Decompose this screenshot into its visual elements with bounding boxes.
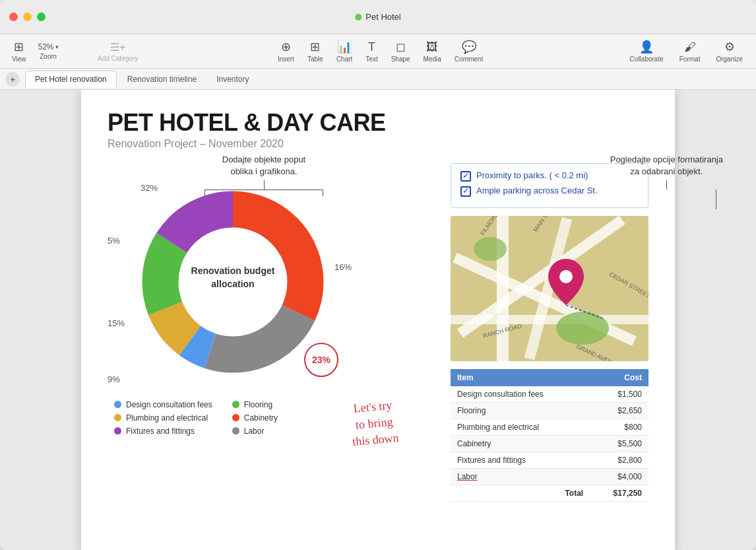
map-area: FILMORE ST. MAIN STREET CEDAR STREET RAN… <box>451 216 648 361</box>
table-cell-cost: $2,650 <box>590 402 648 419</box>
zoom-control: 52% ▾ <box>38 42 59 52</box>
organize-icon: ⚙ <box>724 40 735 54</box>
percent-23-text: 23% <box>312 355 331 365</box>
legend-item-flooring: Flooring <box>232 400 278 409</box>
add-tab-button[interactable]: + <box>5 72 20 86</box>
legend-dot-plumbing <box>114 414 121 421</box>
document-title: PET HOTEL & DAY CARE <box>108 109 648 137</box>
table-button[interactable]: ⊞ Table <box>302 37 329 65</box>
legend-label-labor: Labor <box>244 427 265 436</box>
right-panel: Proximity to parks. ( < 0.2 mi) Ample pa… <box>451 163 648 502</box>
shape-button[interactable]: ◻ Shape <box>386 37 416 65</box>
chart-button[interactable]: 📊 Chart <box>331 37 358 65</box>
legend-item-cabinetry: Cabinetry <box>232 413 278 423</box>
text-button[interactable]: T Text <box>360 38 383 65</box>
percent-circle: 23% <box>304 343 338 377</box>
table-cell-cost: $800 <box>590 419 648 435</box>
legend-item-labor: Labor <box>232 427 278 436</box>
content-row: 32% 5% 15% 9% 16% <box>108 163 648 502</box>
legend-item-plumbing: Plumbing and electrical <box>114 413 212 423</box>
tab-timeline[interactable]: Renovation timeline <box>118 71 206 88</box>
svg-rect-11 <box>497 216 509 361</box>
table-row: Design consultation fees$1,500 <box>451 386 648 403</box>
close-button[interactable] <box>9 13 18 21</box>
legend-item-design: Design consultation fees <box>114 400 212 409</box>
tab-timeline-label: Renovation timeline <box>127 75 197 84</box>
legend-dot-cabinetry <box>232 414 239 421</box>
table-total-row: Total$17,250 <box>451 485 648 501</box>
checkbox-1-icon <box>460 171 471 182</box>
format-button[interactable]: 🖌 Format <box>673 38 707 65</box>
table-cell-item: Plumbing and electrical <box>451 419 590 435</box>
window-title: Pet Hotel <box>355 12 400 22</box>
chart-with-labels: 32% 5% 15% 9% 16% <box>108 176 358 390</box>
comment-label: Comment <box>455 55 483 63</box>
legend-label-design: Design consultation fees <box>126 400 212 409</box>
organize-button[interactable]: ⚙ Organize <box>709 37 749 65</box>
col-header-item: Item <box>451 369 590 386</box>
table-total-value: $17,250 <box>590 485 648 501</box>
note-item-2: Ample parking across Cedar St. <box>460 186 639 197</box>
toolbar-center: ⊕ Insert ⊞ Table 📊 Chart T Text ◻ Shape … <box>143 37 617 65</box>
zoom-value: 52% <box>38 42 54 52</box>
table-row: Plumbing and electrical$800 <box>451 419 648 435</box>
traffic-lights <box>0 13 46 21</box>
tab-renovation[interactable]: Pet Hotel renovation <box>25 71 117 88</box>
insert-button[interactable]: ⊕ Insert <box>272 37 299 65</box>
note-text-1: Proximity to parks. ( < 0.2 mi) <box>476 170 588 180</box>
checkbox-2-icon <box>460 186 471 197</box>
insert-icon: ⊕ <box>281 40 291 54</box>
insert-label: Insert <box>278 55 294 63</box>
table-cell-item: Design consultation fees <box>451 386 590 403</box>
table-cell-cost: $5,500 <box>590 435 648 452</box>
view-button[interactable]: ⊞ View <box>7 37 32 65</box>
zoom-button[interactable]: 52% ▾ Zoom <box>33 40 64 63</box>
add-category-button[interactable]: ☰+ Add Category <box>92 38 143 65</box>
table-header-row: Item Cost <box>451 369 648 386</box>
svg-text:Renovation budget: Renovation budget <box>191 265 275 276</box>
table-total-label: Total <box>451 485 590 501</box>
media-label: Media <box>424 55 441 63</box>
table-cell-item: Flooring <box>451 402 590 419</box>
pct-label-left-bot: 9% <box>108 374 120 384</box>
legend-col-2: Flooring Cabinetry Labor <box>232 400 278 436</box>
table-cell-item: Fixtures and fittings <box>451 452 590 468</box>
tab-inventory-label: Inventory <box>216 75 249 84</box>
pct-label-left-top: 5% <box>108 236 120 246</box>
legend-dot-flooring <box>232 401 239 408</box>
document-page: PET HOTEL & DAY CARE Renovation Project … <box>81 90 675 550</box>
comment-icon: 💬 <box>462 40 476 54</box>
svg-point-16 <box>556 312 609 345</box>
svg-point-17 <box>474 237 507 261</box>
view-icon: ⊞ <box>14 40 24 54</box>
map-svg: FILMORE ST. MAIN STREET CEDAR STREET RAN… <box>451 216 648 361</box>
svg-rect-15 <box>451 315 648 324</box>
add-category-icon: ☰+ <box>110 41 125 53</box>
add-category-label: Add Category <box>98 55 138 62</box>
zoom-label: Zoom <box>40 53 57 60</box>
tab-inventory[interactable]: Inventory <box>207 71 258 88</box>
svg-text:allocation: allocation <box>211 279 254 289</box>
main-content: Dodajte objekte poput oblika i grafikona… <box>0 90 756 550</box>
collaborate-button[interactable]: 👤 Collaborate <box>623 37 670 65</box>
collaborate-label: Collaborate <box>630 55 664 63</box>
table-cell-item: Labor <box>451 468 590 485</box>
comment-button[interactable]: 💬 Comment <box>449 37 488 65</box>
right-annotation-bracket-icon <box>716 189 716 209</box>
table-row: Fixtures and fittings$2,800 <box>451 452 648 468</box>
legend-item-fixtures: Fixtures and fittings <box>114 427 212 436</box>
tab-renovation-label: Pet Hotel renovation <box>35 75 107 84</box>
media-button[interactable]: 🖼 Media <box>418 38 447 65</box>
chevron-down-icon: ▾ <box>55 44 59 50</box>
note-item-1: Proximity to parks. ( < 0.2 mi) <box>460 170 639 182</box>
pct-label-left-mid: 15% <box>108 318 125 328</box>
maximize-button[interactable] <box>37 13 46 21</box>
legend-label-cabinetry: Cabinetry <box>244 413 278 423</box>
collaborate-icon: 👤 <box>639 40 654 54</box>
table-cell-cost: $4,000 <box>590 468 648 485</box>
handwritten-annotation: Let's tryto bringthis down <box>349 397 400 450</box>
format-label: Format <box>679 55 701 63</box>
col-header-cost: Cost <box>590 369 648 386</box>
minimize-button[interactable] <box>23 13 32 21</box>
toolbar-right: 👤 Collaborate 🖌 Format ⚙ Organize <box>617 37 749 65</box>
